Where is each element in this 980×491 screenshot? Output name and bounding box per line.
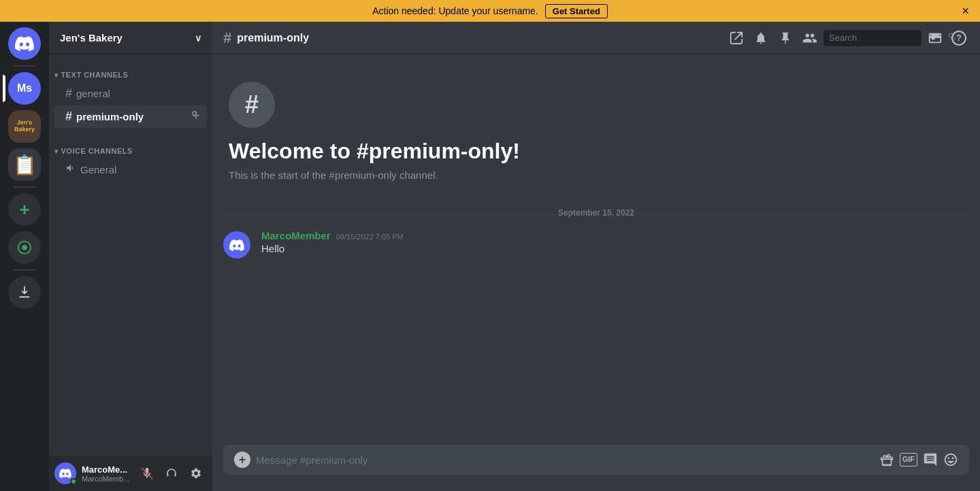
server-ms-avatar[interactable]: Ms <box>8 72 41 105</box>
user-info: MarcoMe... MarcoMemb... <box>82 464 131 483</box>
message-avatar <box>223 231 250 258</box>
channel-list: ▾ TEXT CHANNELS # general # premium-only <box>49 54 212 456</box>
bakery-label: Jen'sBakery <box>13 118 36 135</box>
notification-bell-button[interactable] <box>753 30 769 46</box>
server-sidebar: Ms Jen'sBakery 📋 + <box>0 22 49 491</box>
user-controls <box>136 462 207 484</box>
user-panel: MarcoMe... MarcoMemb... <box>49 456 212 491</box>
voice-channels-category[interactable]: ▾ VOICE CHANNELS <box>49 136 212 158</box>
date-divider: September 15, 2022 <box>212 203 980 223</box>
threads-button[interactable] <box>728 30 745 46</box>
user-status-dot <box>70 478 77 485</box>
members-button[interactable] <box>802 30 818 46</box>
search-bar[interactable] <box>823 30 921 46</box>
svg-point-1 <box>22 245 27 250</box>
messages-area: # Welcome to #premium-only! This is the … <box>212 54 980 445</box>
welcome-desc: This is the start of the #premium-only c… <box>229 169 969 181</box>
channel-name-general: general <box>76 88 110 99</box>
channel-welcome: # Welcome to #premium-only! This is the … <box>212 65 980 192</box>
emoji-button[interactable] <box>943 452 958 467</box>
channel-header-name: premium-only <box>237 32 309 44</box>
welcome-title: Welcome to #premium-only! <box>229 139 969 164</box>
divider-line-left <box>223 213 553 214</box>
server-divider-1 <box>14 65 35 67</box>
welcome-icon: # <box>229 82 275 128</box>
add-icon: + <box>19 199 29 220</box>
gift-button[interactable] <box>879 452 894 467</box>
message-input-box: + GIF <box>223 445 969 475</box>
headset-button[interactable] <box>161 462 182 484</box>
download-button[interactable] <box>8 276 41 309</box>
help-button[interactable]: ? <box>951 31 966 46</box>
message-timestamp: 09/15/2022 7:05 PM <box>336 233 404 241</box>
server-divider-3 <box>14 269 35 271</box>
add-server-button[interactable]: + <box>8 193 41 226</box>
add-member-icon[interactable] <box>191 110 201 124</box>
channel-item-voice-general[interactable]: General <box>54 158 207 181</box>
channel-header-hash: # <box>223 29 231 47</box>
message-item: MarcoMember 09/15/2022 7:05 PM Hello <box>212 228 980 256</box>
date-text: September 15, 2022 <box>558 208 634 218</box>
channel-header: # premium-only <box>212 22 980 54</box>
app-body: Ms Jen'sBakery 📋 + <box>0 22 980 491</box>
message-input-area: + GIF <box>212 445 980 491</box>
voice-channel-name-general: General <box>80 164 116 175</box>
hash-icon-general: # <box>65 86 72 101</box>
voice-icon-general <box>65 163 76 177</box>
server-chevron-icon: ∨ <box>195 33 201 44</box>
search-input[interactable] <box>829 33 943 43</box>
inbox-button[interactable] <box>927 30 943 46</box>
paper-icon: 📋 <box>13 154 37 176</box>
message-content: Hello <box>261 243 969 254</box>
server-bakery-icon[interactable]: Jen'sBakery <box>8 110 41 143</box>
header-actions: ? <box>725 30 969 46</box>
message-input[interactable] <box>256 454 874 466</box>
ms-label: Ms <box>17 82 32 95</box>
server-header[interactable]: Jen's Bakery ∨ <box>49 22 212 54</box>
server-another-icon[interactable]: 📋 <box>8 148 41 181</box>
discover-button[interactable] <box>8 231 41 264</box>
notification-text: Action needed: Update your username. <box>372 5 538 16</box>
user-name: MarcoMe... <box>82 464 131 475</box>
settings-button[interactable] <box>185 462 207 484</box>
sticker-button[interactable] <box>923 452 938 467</box>
pin-button[interactable] <box>777 30 794 46</box>
server-divider-2 <box>14 186 35 188</box>
channel-item-general[interactable]: # general <box>54 82 207 105</box>
channel-item-premium-only[interactable]: # premium-only <box>54 105 207 128</box>
server-name: Jen's Bakery <box>60 32 122 44</box>
message-author: MarcoMember <box>261 230 331 241</box>
get-started-button[interactable]: Get Started <box>545 4 608 18</box>
voice-channels-label: VOICE CHANNELS <box>61 147 133 155</box>
discord-home-icon[interactable] <box>8 27 41 60</box>
voice-channels-chevron: ▾ <box>54 148 59 155</box>
gif-button[interactable]: GIF <box>900 453 917 466</box>
mute-button[interactable] <box>136 462 158 484</box>
channel-sidebar: Jen's Bakery ∨ ▾ TEXT CHANNELS # general… <box>49 22 212 491</box>
user-tag: MarcoMemb... <box>82 475 131 483</box>
input-actions: GIF <box>879 452 958 467</box>
notification-close-button[interactable]: × <box>962 5 969 17</box>
text-channels-category[interactable]: ▾ TEXT CHANNELS <box>49 60 212 82</box>
user-avatar <box>54 462 76 484</box>
message-header: MarcoMember 09/15/2022 7:05 PM <box>261 230 969 241</box>
text-channels-chevron: ▾ <box>54 71 59 79</box>
text-channels-label: TEXT CHANNELS <box>61 71 129 79</box>
main-content: # premium-only <box>212 22 980 491</box>
input-add-button[interactable]: + <box>234 452 250 468</box>
divider-line-right <box>640 213 969 214</box>
channel-name-premium: premium-only <box>76 111 144 122</box>
notification-banner: Action needed: Update your username. Get… <box>0 0 980 22</box>
hash-icon-premium: # <box>65 109 72 124</box>
active-indicator <box>3 75 5 102</box>
